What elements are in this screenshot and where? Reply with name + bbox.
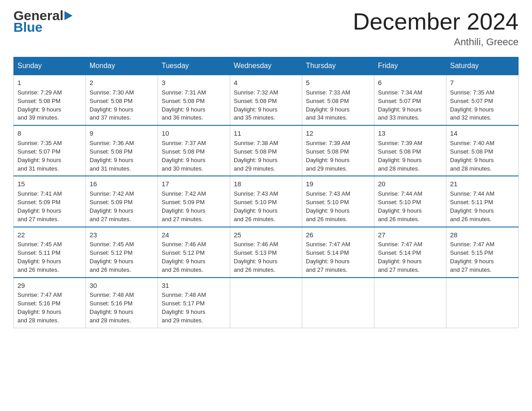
day-number: 18 bbox=[234, 179, 298, 189]
weekday-header-friday: Friday bbox=[374, 57, 446, 75]
day-number: 31 bbox=[162, 281, 226, 291]
calendar-cell: 17 Sunrise: 7:42 AMSunset: 5:09 PMDaylig… bbox=[158, 176, 230, 227]
calendar-cell: 27 Sunrise: 7:47 AMSunset: 5:14 PMDaylig… bbox=[374, 227, 446, 278]
calendar-cell bbox=[374, 278, 446, 328]
day-number: 2 bbox=[90, 78, 154, 88]
calendar-cell: 19 Sunrise: 7:43 AMSunset: 5:10 PMDaylig… bbox=[302, 176, 374, 227]
day-number: 22 bbox=[17, 230, 82, 240]
day-info: Sunrise: 7:42 AMSunset: 5:09 PMDaylight:… bbox=[162, 190, 206, 223]
day-number: 1 bbox=[17, 78, 82, 88]
day-info: Sunrise: 7:37 AMSunset: 5:08 PMDaylight:… bbox=[162, 140, 206, 172]
day-number: 10 bbox=[162, 128, 226, 138]
calendar-cell: 21 Sunrise: 7:44 AMSunset: 5:11 PMDaylig… bbox=[446, 176, 519, 227]
day-number: 13 bbox=[378, 128, 442, 138]
day-number: 16 bbox=[90, 179, 154, 189]
weekday-header-saturday: Saturday bbox=[446, 57, 519, 75]
day-number: 14 bbox=[450, 128, 515, 138]
day-number: 6 bbox=[378, 78, 442, 88]
logo-blue-text: Blue bbox=[13, 21, 73, 34]
weekday-header-thursday: Thursday bbox=[302, 57, 374, 75]
calendar-cell: 15 Sunrise: 7:41 AMSunset: 5:09 PMDaylig… bbox=[14, 176, 86, 227]
calendar-cell: 5 Sunrise: 7:33 AMSunset: 5:08 PMDayligh… bbox=[302, 75, 374, 125]
calendar-cell: 24 Sunrise: 7:46 AMSunset: 5:12 PMDaylig… bbox=[158, 227, 230, 278]
day-info: Sunrise: 7:42 AMSunset: 5:09 PMDaylight:… bbox=[90, 190, 134, 223]
day-info: Sunrise: 7:43 AMSunset: 5:10 PMDaylight:… bbox=[234, 190, 278, 223]
day-info: Sunrise: 7:48 AMSunset: 5:17 PMDaylight:… bbox=[162, 291, 206, 324]
day-number: 19 bbox=[306, 179, 370, 189]
weekday-header-sunday: Sunday bbox=[14, 57, 86, 75]
day-number: 8 bbox=[17, 128, 82, 138]
day-info: Sunrise: 7:47 AMSunset: 5:15 PMDaylight:… bbox=[450, 241, 494, 273]
day-info: Sunrise: 7:30 AMSunset: 5:08 PMDaylight:… bbox=[90, 89, 134, 121]
day-info: Sunrise: 7:29 AMSunset: 5:08 PMDaylight:… bbox=[17, 89, 62, 121]
day-number: 12 bbox=[306, 128, 370, 138]
day-info: Sunrise: 7:34 AMSunset: 5:07 PMDaylight:… bbox=[378, 89, 422, 121]
weekday-header-monday: Monday bbox=[86, 57, 158, 75]
day-number: 9 bbox=[90, 128, 154, 138]
calendar-cell bbox=[446, 278, 519, 328]
calendar-subtitle: Anthili, Greece bbox=[353, 36, 519, 48]
day-info: Sunrise: 7:47 AMSunset: 5:16 PMDaylight:… bbox=[17, 291, 62, 324]
calendar-cell: 16 Sunrise: 7:42 AMSunset: 5:09 PMDaylig… bbox=[86, 176, 158, 227]
day-number: 24 bbox=[162, 230, 226, 240]
calendar-cell: 18 Sunrise: 7:43 AMSunset: 5:10 PMDaylig… bbox=[230, 176, 302, 227]
weekday-header-tuesday: Tuesday bbox=[158, 57, 230, 75]
calendar-cell: 8 Sunrise: 7:35 AMSunset: 5:07 PMDayligh… bbox=[14, 125, 86, 176]
day-info: Sunrise: 7:32 AMSunset: 5:08 PMDaylight:… bbox=[234, 89, 278, 121]
day-info: Sunrise: 7:38 AMSunset: 5:08 PMDaylight:… bbox=[234, 140, 278, 172]
day-number: 25 bbox=[234, 230, 298, 240]
day-number: 23 bbox=[90, 230, 154, 240]
day-info: Sunrise: 7:45 AMSunset: 5:12 PMDaylight:… bbox=[90, 241, 134, 273]
calendar-cell: 23 Sunrise: 7:45 AMSunset: 5:12 PMDaylig… bbox=[86, 227, 158, 278]
calendar-cell: 14 Sunrise: 7:40 AMSunset: 5:08 PMDaylig… bbox=[446, 125, 519, 176]
day-info: Sunrise: 7:44 AMSunset: 5:10 PMDaylight:… bbox=[378, 190, 422, 223]
day-number: 27 bbox=[378, 230, 442, 240]
weekday-header-wednesday: Wednesday bbox=[230, 57, 302, 75]
calendar-cell: 4 Sunrise: 7:32 AMSunset: 5:08 PMDayligh… bbox=[230, 75, 302, 125]
day-info: Sunrise: 7:40 AMSunset: 5:08 PMDaylight:… bbox=[450, 140, 494, 172]
day-number: 20 bbox=[378, 179, 442, 189]
day-number: 3 bbox=[162, 78, 226, 88]
page-header: General Blue December 2024 Anthili, Gree… bbox=[13, 9, 519, 48]
day-info: Sunrise: 7:43 AMSunset: 5:10 PMDaylight:… bbox=[306, 190, 350, 223]
calendar-cell: 10 Sunrise: 7:37 AMSunset: 5:08 PMDaylig… bbox=[158, 125, 230, 176]
calendar-cell: 11 Sunrise: 7:38 AMSunset: 5:08 PMDaylig… bbox=[230, 125, 302, 176]
calendar-cell: 9 Sunrise: 7:36 AMSunset: 5:08 PMDayligh… bbox=[86, 125, 158, 176]
calendar-cell: 31 Sunrise: 7:48 AMSunset: 5:17 PMDaylig… bbox=[158, 278, 230, 328]
calendar-cell: 7 Sunrise: 7:35 AMSunset: 5:07 PMDayligh… bbox=[446, 75, 519, 125]
day-number: 4 bbox=[234, 78, 298, 88]
day-info: Sunrise: 7:47 AMSunset: 5:14 PMDaylight:… bbox=[306, 241, 350, 273]
calendar-cell bbox=[302, 278, 374, 328]
day-number: 11 bbox=[234, 128, 298, 138]
day-info: Sunrise: 7:35 AMSunset: 5:07 PMDaylight:… bbox=[450, 89, 494, 121]
calendar-cell: 20 Sunrise: 7:44 AMSunset: 5:10 PMDaylig… bbox=[374, 176, 446, 227]
day-info: Sunrise: 7:33 AMSunset: 5:08 PMDaylight:… bbox=[306, 89, 350, 121]
day-number: 26 bbox=[306, 230, 370, 240]
day-info: Sunrise: 7:46 AMSunset: 5:13 PMDaylight:… bbox=[234, 241, 278, 273]
day-info: Sunrise: 7:31 AMSunset: 5:08 PMDaylight:… bbox=[162, 89, 206, 121]
calendar-cell: 30 Sunrise: 7:48 AMSunset: 5:16 PMDaylig… bbox=[86, 278, 158, 328]
day-info: Sunrise: 7:35 AMSunset: 5:07 PMDaylight:… bbox=[17, 140, 62, 172]
calendar-cell: 26 Sunrise: 7:47 AMSunset: 5:14 PMDaylig… bbox=[302, 227, 374, 278]
calendar-cell: 6 Sunrise: 7:34 AMSunset: 5:07 PMDayligh… bbox=[374, 75, 446, 125]
calendar-table: SundayMondayTuesdayWednesdayThursdayFrid… bbox=[13, 57, 519, 328]
day-info: Sunrise: 7:48 AMSunset: 5:16 PMDaylight:… bbox=[90, 291, 134, 324]
day-info: Sunrise: 7:47 AMSunset: 5:14 PMDaylight:… bbox=[378, 241, 422, 273]
day-number: 29 bbox=[17, 281, 82, 291]
day-info: Sunrise: 7:39 AMSunset: 5:08 PMDaylight:… bbox=[378, 140, 422, 172]
calendar-title: December 2024 bbox=[353, 9, 519, 34]
calendar-cell: 29 Sunrise: 7:47 AMSunset: 5:16 PMDaylig… bbox=[14, 278, 86, 328]
day-info: Sunrise: 7:44 AMSunset: 5:11 PMDaylight:… bbox=[450, 190, 494, 223]
calendar-cell: 13 Sunrise: 7:39 AMSunset: 5:08 PMDaylig… bbox=[374, 125, 446, 176]
header-right: December 2024 Anthili, Greece bbox=[353, 9, 519, 48]
calendar-cell: 22 Sunrise: 7:45 AMSunset: 5:11 PMDaylig… bbox=[14, 227, 86, 278]
svg-marker-0 bbox=[64, 11, 73, 20]
calendar-cell: 3 Sunrise: 7:31 AMSunset: 5:08 PMDayligh… bbox=[158, 75, 230, 125]
logo-arrow-icon bbox=[64, 11, 73, 20]
day-info: Sunrise: 7:46 AMSunset: 5:12 PMDaylight:… bbox=[162, 241, 206, 273]
day-number: 30 bbox=[90, 281, 154, 291]
day-info: Sunrise: 7:36 AMSunset: 5:08 PMDaylight:… bbox=[90, 140, 134, 172]
day-number: 28 bbox=[450, 230, 515, 240]
calendar-cell bbox=[230, 278, 302, 328]
calendar-cell: 28 Sunrise: 7:47 AMSunset: 5:15 PMDaylig… bbox=[446, 227, 519, 278]
